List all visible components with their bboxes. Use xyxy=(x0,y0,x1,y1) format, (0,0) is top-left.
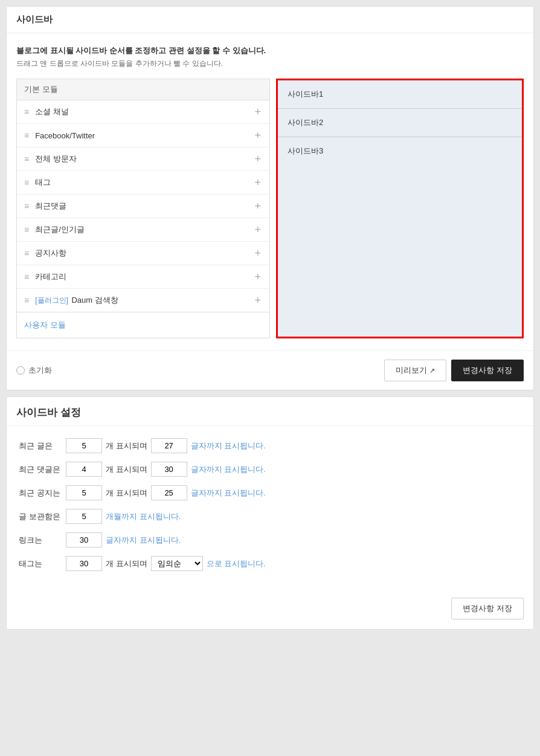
settings-link: 글자까지 표시됩니다. xyxy=(106,535,181,546)
plugin-badge: [플러그인] xyxy=(35,296,68,305)
drag-handle-icon: ≡ xyxy=(24,202,29,210)
desc-main: 블로그에 표시될 사이드바 순서를 조정하고 관련 설정을 할 수 있습니다. xyxy=(16,45,524,56)
sidebar-slots-panel: 사이드바1사이드바2사이드바3 xyxy=(276,79,524,338)
settings-row: 최근 공지는개 표시되며글자까지 표시됩니다. xyxy=(19,485,521,500)
module-item[interactable]: ≡ 최근글/인기글 + xyxy=(17,218,269,242)
settings-input-1[interactable] xyxy=(66,438,102,453)
settings-row-label: 링크는 xyxy=(19,535,62,546)
settings-unit: 개 표시되며 xyxy=(106,464,147,475)
settings-row: 최근 댓글은개 표시되며글자까지 표시됩니다. xyxy=(19,462,521,477)
module-name: 공지사항 xyxy=(35,248,253,259)
external-link-icon: ↗ xyxy=(429,367,435,375)
reset-label: 초기화 xyxy=(28,365,52,376)
module-add-button[interactable]: + xyxy=(253,153,262,164)
reset-area[interactable]: 초기화 xyxy=(16,365,52,376)
module-name: 태그 xyxy=(35,177,253,188)
settings-row-label: 최근 글은 xyxy=(19,441,62,451)
settings-input-1[interactable] xyxy=(66,485,102,500)
module-name: [플러그인] Daum 검색창 xyxy=(35,295,253,306)
desc-sub: 드래그 앤 드롭으로 사이드바 모듈을 추가하거나 뺄 수 있습니다. xyxy=(16,59,524,69)
settings-unit: 개 표시되며 xyxy=(106,488,147,499)
action-buttons: 미리보기 ↗ 변경사항 저장 xyxy=(384,360,524,381)
settings-input-1[interactable] xyxy=(66,532,102,548)
module-name: 최근글/인기글 xyxy=(35,224,253,235)
module-name: 소셜 채널 xyxy=(35,106,253,117)
preview-button[interactable]: 미리보기 ↗ xyxy=(384,360,446,381)
drag-handle-icon: ≡ xyxy=(24,249,29,257)
settings-input-1[interactable] xyxy=(66,556,102,571)
settings-input-2[interactable] xyxy=(151,462,187,477)
settings-row: 최근 글은개 표시되며글자까지 표시됩니다. xyxy=(19,438,521,453)
sidebar-slot[interactable]: 사이드바1 xyxy=(278,80,522,109)
module-item[interactable]: ≡ 공지사항 + xyxy=(17,242,269,265)
tag-order-select[interactable]: 임의순가나다순인기순 xyxy=(151,556,203,571)
module-name: 카테고리 xyxy=(35,271,253,282)
user-modules-section: 사용자 모듈 xyxy=(16,312,270,338)
settings-section-title: 사이드바 설정 xyxy=(7,397,533,426)
module-add-button[interactable]: + xyxy=(253,248,262,259)
settings-input-2[interactable] xyxy=(151,438,187,453)
settings-input-1[interactable] xyxy=(66,509,102,524)
module-add-button[interactable]: + xyxy=(253,130,262,141)
settings-link: 으로 표시됩니다. xyxy=(207,558,266,569)
sidebar-slot[interactable]: 사이드바2 xyxy=(278,109,522,137)
sidebar-body: 블로그에 표시될 사이드바 순서를 조정하고 관련 설정을 할 수 있습니다. … xyxy=(7,33,533,351)
module-name: 최근댓글 xyxy=(35,201,253,212)
settings-row-label: 태그는 xyxy=(19,558,62,569)
modules-panel-title: 기본 모듈 xyxy=(16,79,270,100)
sidebar-section: 사이드바 블로그에 표시될 사이드바 순서를 조정하고 관련 설정을 할 수 있… xyxy=(6,6,534,390)
settings-link: 글자까지 표시됩니다. xyxy=(191,441,266,451)
module-item[interactable]: ≡ 소셜 채널 + xyxy=(17,100,269,124)
module-add-button[interactable]: + xyxy=(253,295,262,306)
drag-handle-icon: ≡ xyxy=(24,131,29,140)
settings-input-1[interactable] xyxy=(66,462,102,477)
module-item[interactable]: ≡ 카테고리 + xyxy=(17,265,269,289)
settings-row: 글 보관함은개월까지 표시됩니다. xyxy=(19,509,521,524)
settings-row: 태그는개 표시되며임의순가나다순인기순으로 표시됩니다. xyxy=(19,556,521,571)
settings-row-label: 최근 댓글은 xyxy=(19,464,62,475)
module-add-button[interactable]: + xyxy=(253,271,262,282)
settings-input-2[interactable] xyxy=(151,485,187,500)
save-settings-button[interactable]: 변경사항 저장 xyxy=(451,598,524,619)
module-name: 전체 방문자 xyxy=(35,153,253,164)
settings-link: 글자까지 표시됩니다. xyxy=(191,488,266,499)
settings-row-label: 글 보관함은 xyxy=(19,511,62,522)
drag-handle-icon: ≡ xyxy=(24,155,29,163)
module-add-button[interactable]: + xyxy=(253,224,262,235)
drag-handle-icon: ≡ xyxy=(24,178,29,187)
drag-handle-icon: ≡ xyxy=(24,296,29,305)
module-item[interactable]: ≡ 최근댓글 + xyxy=(17,195,269,218)
settings-unit: 개 표시되며 xyxy=(106,558,147,569)
module-add-button[interactable]: + xyxy=(253,201,262,212)
settings-footer: 변경사항 저장 xyxy=(7,592,533,629)
sidebar-slot[interactable]: 사이드바3 xyxy=(278,137,522,165)
module-item[interactable]: ≡ 태그 + xyxy=(17,171,269,195)
sidebar-title: 사이드바 xyxy=(7,7,533,33)
sidebar-layout: 기본 모듈 ≡ 소셜 채널 + ≡ Facebook/Twitter + ≡ 전… xyxy=(16,79,524,338)
drag-handle-icon: ≡ xyxy=(24,273,29,281)
module-name: Facebook/Twitter xyxy=(35,131,253,140)
preview-label: 미리보기 xyxy=(396,365,427,376)
page-wrapper: 사이드바 블로그에 표시될 사이드바 순서를 조정하고 관련 설정을 할 수 있… xyxy=(0,0,540,756)
modules-panel: 기본 모듈 ≡ 소셜 채널 + ≡ Facebook/Twitter + ≡ 전… xyxy=(16,79,270,338)
module-item[interactable]: ≡ 전체 방문자 + xyxy=(17,147,269,171)
user-modules-label[interactable]: 사용자 모듈 xyxy=(24,320,66,329)
settings-body: 최근 글은개 표시되며글자까지 표시됩니다.최근 댓글은개 표시되며글자까지 표… xyxy=(7,426,533,592)
module-list: ≡ 소셜 채널 + ≡ Facebook/Twitter + ≡ 전체 방문자 … xyxy=(16,100,270,312)
settings-row-label: 최근 공지는 xyxy=(19,488,62,499)
module-item[interactable]: ≡ [플러그인] Daum 검색창 + xyxy=(17,289,269,312)
drag-handle-icon: ≡ xyxy=(24,225,29,234)
settings-link: 개월까지 표시됩니다. xyxy=(106,511,181,522)
bottom-actions: 초기화 미리보기 ↗ 변경사항 저장 xyxy=(7,351,533,390)
module-add-button[interactable]: + xyxy=(253,177,262,188)
drag-handle-icon: ≡ xyxy=(24,108,29,116)
settings-link: 글자까지 표시됩니다. xyxy=(191,464,266,475)
settings-unit: 개 표시되며 xyxy=(106,441,147,451)
settings-row: 링크는글자까지 표시됩니다. xyxy=(19,532,521,548)
reset-radio-icon xyxy=(16,366,25,375)
module-add-button[interactable]: + xyxy=(253,106,262,117)
settings-section: 사이드바 설정 최근 글은개 표시되며글자까지 표시됩니다.최근 댓글은개 표시… xyxy=(6,396,534,630)
save-button[interactable]: 변경사항 저장 xyxy=(451,360,524,381)
module-item[interactable]: ≡ Facebook/Twitter + xyxy=(17,124,269,147)
